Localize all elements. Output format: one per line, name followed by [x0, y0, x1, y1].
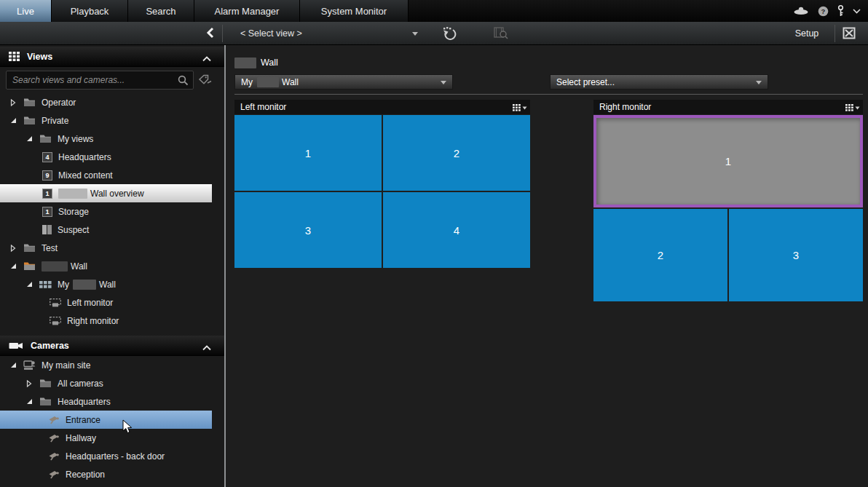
expand-expanded-icon[interactable] — [10, 263, 19, 269]
tree-item-label: Headquarters - back door — [66, 451, 165, 462]
wall-tile[interactable]: 1 — [234, 115, 382, 191]
wall-title: Wall — [234, 57, 278, 68]
tree-item-my-wall[interactable]: My Wall — [0, 275, 218, 293]
tree-item-all-cameras[interactable]: All cameras — [0, 374, 218, 392]
camera-item-hq-back-door[interactable]: Headquarters - back door — [0, 447, 218, 465]
sidebar: Views Operator Private — [0, 45, 224, 487]
view-toolbar: < Select view > Setup — [0, 22, 868, 45]
tree-item-label: Wall overview — [90, 189, 144, 199]
views-panel-header[interactable]: Views — [0, 47, 224, 67]
expand-expanded-icon[interactable] — [26, 398, 35, 405]
camera-item-hallway[interactable]: Hallway — [0, 429, 218, 447]
views-search-input[interactable] — [12, 71, 173, 89]
cloud-status-icon[interactable] — [793, 7, 809, 15]
login-key-icon[interactable] — [837, 5, 844, 17]
wall-tile[interactable]: 4 — [383, 192, 530, 268]
float-window-icon[interactable] — [843, 27, 856, 42]
tree-item-label: Suspect — [58, 225, 89, 235]
folder-icon — [39, 134, 52, 143]
tab-search[interactable]: Search — [128, 0, 194, 22]
view-count-badge: 4 — [42, 152, 52, 162]
expand-expanded-icon[interactable] — [26, 135, 35, 142]
views-search-box[interactable] — [6, 71, 194, 90]
tree-item-my-main-site[interactable]: My main site — [0, 356, 218, 374]
camera-icon — [48, 415, 60, 424]
layout-grid-icon[interactable] — [513, 103, 527, 114]
tree-item-private[interactable]: Private — [0, 111, 218, 130]
expand-expanded-icon[interactable] — [26, 281, 35, 288]
shortcut-reload-icon[interactable] — [441, 26, 457, 43]
wall-tile[interactable]: 2 — [593, 209, 727, 301]
views-panel-title: Views — [27, 52, 52, 62]
folder-icon — [23, 98, 36, 107]
folder-icon — [23, 243, 36, 253]
site-icon — [23, 360, 36, 371]
workspace-tabbar: Live Playback Search Alarm Manager Syste… — [0, 0, 868, 22]
camera-icon — [48, 433, 60, 443]
evidence-search-icon[interactable] — [494, 27, 508, 42]
views-search-row — [0, 67, 224, 93]
view-count-badge: 9 — [42, 170, 52, 181]
camera-item-reception[interactable]: Reception — [0, 465, 218, 483]
tree-item-my-views[interactable]: My views — [0, 130, 218, 148]
tree-item-label: Entrance — [66, 415, 100, 425]
cameras-panel-header[interactable]: Cameras — [0, 336, 224, 356]
tree-item-label: Wall — [71, 261, 87, 272]
view-layout-icon — [42, 225, 52, 234]
right-monitor-title: Right monitor — [599, 102, 651, 112]
tab-alarm-manager[interactable]: Alarm Manager — [194, 0, 300, 22]
wall-workspace: Wall My Wall Select preset... Left monit… — [226, 45, 868, 487]
tree-item-headquarters-folder[interactable]: Headquarters — [0, 392, 218, 411]
camera-item-entrance[interactable]: Entrance — [0, 411, 212, 429]
tree-item-label: Mixed content — [58, 170, 113, 181]
tab-system-monitor[interactable]: System Monitor — [300, 0, 409, 22]
wall-tile[interactable]: 2 — [383, 115, 530, 191]
tree-item-left-monitor[interactable]: Left monitor — [0, 293, 218, 312]
chevron-down-icon[interactable] — [853, 9, 861, 14]
expand-expanded-icon[interactable] — [10, 117, 19, 124]
select-view-dropdown[interactable]: < Select view > — [232, 22, 422, 45]
wall-grid-icon — [39, 281, 52, 288]
view-item-headquarters[interactable]: 4 Headquarters — [0, 148, 218, 166]
views-grid-icon — [9, 52, 20, 61]
tree-item-prefix: My — [58, 280, 69, 290]
expand-expanded-icon[interactable] — [10, 362, 19, 368]
tree-item-label: Test — [42, 243, 58, 253]
view-item-storage[interactable]: 1 Storage — [0, 202, 218, 221]
view-count-badge: 1 — [42, 207, 52, 217]
view-item-mixed-content[interactable]: 9 Mixed content — [0, 166, 218, 184]
wall-tile[interactable]: 3 — [729, 209, 863, 301]
smart-client-window: Live Playback Search Alarm Manager Syste… — [0, 0, 868, 487]
tree-item-wall-folder[interactable]: Wall — [0, 257, 218, 275]
collapse-sidebar-icon[interactable] — [206, 27, 214, 41]
wall-select-dropdown[interactable]: My Wall — [234, 74, 453, 90]
tab-playback[interactable]: Playback — [52, 0, 128, 22]
expand-collapsed-icon[interactable] — [10, 99, 19, 106]
tag-filter-icon[interactable] — [198, 74, 213, 86]
view-item-suspect[interactable]: Suspect — [0, 221, 218, 239]
help-icon[interactable]: ? — [818, 6, 829, 17]
expand-collapsed-icon[interactable] — [10, 245, 19, 252]
tree-item-test[interactable]: Test — [0, 239, 218, 257]
redacted-text — [42, 261, 68, 272]
camera-icon — [48, 451, 60, 461]
tree-item-label: Right monitor — [67, 316, 119, 326]
wall-tile[interactable]: 3 — [234, 192, 382, 268]
layout-grid-icon[interactable] — [845, 103, 860, 114]
expand-collapsed-icon[interactable] — [26, 380, 35, 387]
left-monitor-title: Left monitor — [240, 102, 286, 112]
wall-title-text: Wall — [261, 58, 278, 68]
folder-icon — [39, 379, 52, 388]
preset-select-value: Select preset... — [556, 77, 615, 87]
setup-button[interactable]: Setup — [785, 22, 829, 45]
tree-item-label: My views — [58, 134, 93, 144]
tree-item-operator[interactable]: Operator — [0, 93, 218, 111]
left-monitor-tiles: 1 2 3 4 — [234, 115, 530, 268]
view-item-wall-overview[interactable]: 1 Wall overview — [0, 184, 212, 202]
tree-item-right-monitor[interactable]: Right monitor — [0, 312, 218, 330]
view-count-badge: 1 — [42, 189, 52, 199]
tab-live[interactable]: Live — [0, 0, 52, 22]
wall-tile-selected[interactable]: 1 — [593, 115, 863, 207]
tree-item-label: Private — [42, 116, 68, 126]
preset-select-dropdown[interactable]: Select preset... — [550, 74, 768, 90]
